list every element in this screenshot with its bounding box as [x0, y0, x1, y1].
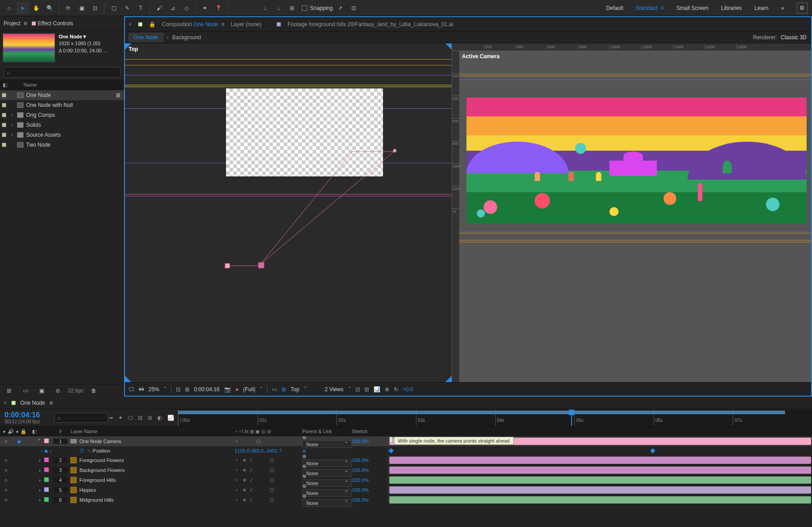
- video-column-icon[interactable]: ●: [3, 429, 6, 435]
- keyframe-icon[interactable]: [651, 448, 655, 453]
- close-tab-icon[interactable]: ×: [129, 21, 132, 28]
- stretch-value[interactable]: 100.0%: [352, 497, 369, 503]
- pixel-aspect-icon[interactable]: ⊟: [364, 386, 369, 393]
- motion-blur-icon[interactable]: ◐: [157, 415, 162, 421]
- pickwhip-icon[interactable]: ⊚: [302, 493, 306, 499]
- ws-default[interactable]: Default: [606, 5, 623, 11]
- selection-tool-icon[interactable]: ➤: [16, 2, 29, 14]
- timeline-layer-row[interactable]: ○ › 2 Foreground Flowers ♀ ☀ ∕ ⬡ ⊚ None …: [0, 455, 812, 465]
- time-ruler[interactable]: |:00s01s02s03s04s05s06s07s: [178, 410, 812, 426]
- subtab-one-node[interactable]: One Node: [129, 33, 163, 42]
- subtab-background[interactable]: Background: [172, 34, 201, 41]
- layer-name[interactable]: Hippies: [79, 487, 96, 493]
- effect-controls-tab[interactable]: Effect Controls: [32, 20, 73, 27]
- visibility-eye-icon[interactable]: ○: [3, 497, 9, 503]
- pickwhip-icon[interactable]: ⊚: [302, 463, 306, 469]
- project-item[interactable]: › Source Assets: [0, 130, 124, 140]
- disclosure-chevron-icon[interactable]: ›: [39, 467, 41, 473]
- pen-tool-icon[interactable]: ✎: [121, 2, 134, 14]
- orbit-tool-icon[interactable]: ⟳: [62, 2, 74, 14]
- two-views[interactable]: 2 Views: [325, 386, 344, 393]
- comp-mini-flow-icon[interactable]: ⇥: [108, 415, 113, 421]
- three-d-icon[interactable]: ⬡: [128, 415, 133, 421]
- layer-label-color[interactable]: [44, 458, 49, 462]
- project-item[interactable]: › Orig Comps: [0, 110, 124, 120]
- roto-brush-icon[interactable]: ✦: [198, 2, 211, 14]
- label-column-icon[interactable]: ◧: [32, 429, 37, 435]
- layer-label-color[interactable]: [44, 487, 49, 492]
- timeline-layer-row[interactable]: ○ › 3 Background Flowers ♀ ☀ ∕ ⬡ ⊚ None …: [0, 465, 812, 475]
- ws-learn[interactable]: Learn: [755, 5, 769, 11]
- timeline-layer-row[interactable]: ○ › 6 Midground Hills ♀ ☀ ∕ ⬡ ⊚ None ˅ 1…: [0, 495, 812, 505]
- axis-view-icon[interactable]: ⊞: [286, 2, 298, 14]
- stretch-header[interactable]: Stretch: [352, 429, 388, 434]
- pickwhip-icon[interactable]: ⊚: [302, 436, 306, 440]
- current-time[interactable]: 0:00:04:16: [194, 386, 220, 393]
- hand-tool-icon[interactable]: ✋: [30, 2, 42, 14]
- clone-stamp-icon[interactable]: ⊿: [166, 2, 179, 14]
- stretch-value[interactable]: 100.0%: [352, 458, 369, 463]
- renderer-value[interactable]: Classic 3D: [781, 34, 807, 41]
- layer-name-header[interactable]: Layer Name: [68, 429, 235, 434]
- keyframe-icon[interactable]: [388, 448, 393, 453]
- goggles-icon[interactable]: 🕶: [138, 386, 144, 393]
- ws-libraries[interactable]: Libraries: [721, 5, 742, 11]
- draft-3d-icon[interactable]: ✦: [118, 415, 123, 421]
- new-comp-icon[interactable]: ▣: [35, 384, 48, 397]
- view-dropdown[interactable]: Top: [291, 386, 299, 393]
- name-column-header[interactable]: Name: [23, 82, 37, 88]
- disclosure-chevron-icon[interactable]: ›: [39, 497, 41, 503]
- stretch-value[interactable]: 100.0%: [352, 467, 369, 473]
- interpret-footage-icon[interactable]: ⊞: [3, 384, 15, 397]
- layer-tab[interactable]: Layer (none): [231, 21, 261, 28]
- footage-tab[interactable]: Footage foreground hills 20/Fantasy_land…: [287, 21, 453, 28]
- project-item[interactable]: One Node ⊞: [0, 90, 124, 100]
- audio-column-icon[interactable]: 🔊: [8, 429, 14, 435]
- ws-standard[interactable]: Standard≡: [636, 5, 664, 11]
- layer-switches[interactable]: ♀ ☀ ∕ ⬡: [235, 458, 302, 463]
- timecode[interactable]: 0:00:04:16: [0, 411, 54, 419]
- graph-editor-icon[interactable]: 📈: [167, 415, 174, 421]
- layer-label-color[interactable]: [44, 467, 49, 472]
- frame-blend-icon[interactable]: ⧉: [148, 415, 152, 421]
- pickwhip-icon[interactable]: ⊚: [302, 483, 306, 489]
- type-tool-icon[interactable]: T: [134, 2, 147, 14]
- layer-switches[interactable]: ♀ ☀ ∕ ⬡: [235, 497, 302, 503]
- channels-icon[interactable]: ●: [235, 386, 239, 393]
- project-item[interactable]: Two Node: [0, 140, 124, 150]
- reset-exposure-icon[interactable]: ↻: [394, 386, 398, 393]
- view-options-icon[interactable]: ⊡: [355, 386, 360, 393]
- layer-name[interactable]: Foreground Hills: [79, 477, 116, 483]
- visibility-eye-icon[interactable]: ○: [3, 477, 9, 483]
- timeline-layer-row[interactable]: ○ › 5 Hippies ♀ ☀ ∕ ⬡ ⊚ None ˅ 100.0%: [0, 485, 812, 495]
- visibility-eye-icon[interactable]: ○: [3, 487, 9, 493]
- camera-tool-icon[interactable]: ▣: [75, 2, 88, 14]
- visibility-eye-icon[interactable]: ○: [3, 439, 9, 444]
- snap-tool-icon[interactable]: ↗: [334, 2, 346, 14]
- pickwhip-icon[interactable]: ⊚: [302, 448, 306, 453]
- disclosure-chevron-icon[interactable]: ›: [39, 487, 41, 493]
- layer-switches[interactable]: ♀ ☀ ∕ ⬡: [235, 467, 302, 473]
- timeline-layer-row[interactable]: ○ ◆ ˅ 1 One Node Camera ♀ ⬡ ⊚ None ˅ 100…: [0, 436, 812, 446]
- layer-bar[interactable]: [389, 467, 811, 474]
- subtab-chevron-left-icon[interactable]: ‹: [167, 34, 169, 41]
- visibility-eye-icon[interactable]: ○: [3, 467, 9, 473]
- axis-local-icon[interactable]: ⟂: [258, 2, 271, 14]
- home-icon[interactable]: ⌂: [3, 2, 15, 14]
- monitor-icon[interactable]: 🖵: [129, 386, 134, 393]
- keyframe-nav-icon[interactable]: ◆: [17, 439, 21, 444]
- rectangle-tool-icon[interactable]: ▢: [107, 2, 120, 14]
- layer-name[interactable]: Midground Hills: [79, 497, 114, 503]
- project-tab[interactable]: Project ≡: [4, 20, 27, 27]
- timeline-tab[interactable]: One Node: [20, 400, 45, 406]
- overflow-icon[interactable]: »: [781, 5, 784, 11]
- composition-tab[interactable]: Composition One Node ≡: [162, 21, 224, 28]
- position-value[interactable]: 1155.0,480.0,-2401.7: [235, 448, 302, 453]
- stretch-value[interactable]: 100.0%: [352, 487, 369, 493]
- top-view[interactable]: Top: [125, 43, 452, 382]
- disclosure-chevron-icon[interactable]: ˅: [38, 439, 41, 444]
- pan-behind-icon[interactable]: ⊡: [89, 2, 102, 14]
- settings-icon[interactable]: ⊘: [51, 384, 64, 397]
- snapping-toggle[interactable]: Snapping: [302, 5, 333, 11]
- timeline-layer-row[interactable]: ○ › 4 Foreground Hills ♀ ☀ ∕ ⬡ ⊚ None ˅ …: [0, 475, 812, 485]
